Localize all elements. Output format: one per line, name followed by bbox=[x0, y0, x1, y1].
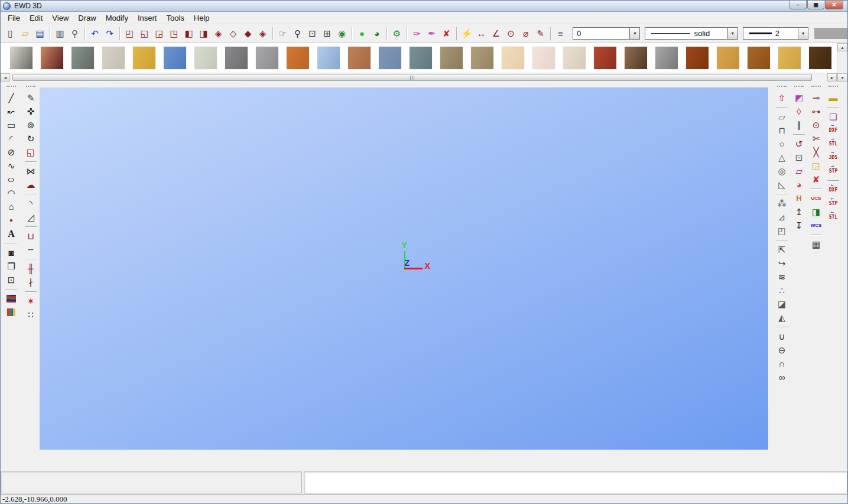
linetype-button[interactable]: ╌ bbox=[24, 243, 38, 256]
rotate-3d-button[interactable]: ↺ bbox=[792, 137, 806, 151]
orbit-button[interactable]: ◉ bbox=[334, 27, 349, 41]
draw-polygon-button[interactable]: ⌂ bbox=[4, 200, 18, 213]
snap-boolean-button[interactable]: ◲ bbox=[809, 159, 823, 173]
current-color-swatch[interactable] bbox=[814, 28, 847, 39]
redo-button[interactable]: ↷ bbox=[102, 27, 117, 41]
texture-hscroll-thumb[interactable] bbox=[12, 74, 812, 81]
revision-cloud-button[interactable]: ☁ bbox=[24, 178, 38, 191]
texture-cream-speckle[interactable] bbox=[502, 47, 524, 69]
scroll-down-icon[interactable]: ▼ bbox=[837, 73, 847, 82]
select-window-button[interactable]: ⊡ bbox=[4, 273, 18, 287]
draw-point-button[interactable]: • bbox=[4, 213, 18, 227]
view-left-button[interactable]: ◆ bbox=[241, 27, 255, 41]
texture-hscroll-track[interactable] bbox=[10, 73, 827, 82]
texture-gold[interactable] bbox=[133, 47, 155, 69]
app-icon[interactable] bbox=[3, 2, 11, 10]
view-bottom-button[interactable]: ◨ bbox=[196, 27, 211, 41]
solid-cylinder-button[interactable]: ⊓ bbox=[775, 123, 789, 137]
draw-rectangle-button[interactable]: ▭ bbox=[4, 118, 18, 132]
mirror-3d-button[interactable]: ∥ bbox=[792, 118, 806, 132]
texture-terracotta[interactable] bbox=[287, 47, 309, 69]
linewidth-combo-dropdown-icon[interactable]: ▼ bbox=[798, 28, 808, 39]
render-scene-axes-button[interactable]: ⚙ bbox=[389, 27, 404, 41]
snap-intersection-button[interactable]: ╳ bbox=[809, 145, 823, 159]
material-copy-button[interactable]: ✒ bbox=[424, 27, 439, 41]
folder-import-button[interactable]: ↧ bbox=[792, 219, 806, 232]
explode-button[interactable]: ✶ bbox=[24, 294, 38, 308]
menu-view[interactable]: View bbox=[47, 12, 73, 24]
texture-blue-marble[interactable] bbox=[317, 47, 340, 69]
view-back-button[interactable]: ◇ bbox=[226, 27, 241, 41]
loft-button[interactable]: ≋ bbox=[775, 270, 789, 284]
view-iso-ne-button[interactable]: ◲ bbox=[152, 27, 167, 41]
scroll-right-icon[interactable]: ► bbox=[827, 73, 837, 82]
box-in-box-button[interactable]: ⊡ bbox=[792, 151, 806, 164]
texture-medium-wood[interactable] bbox=[748, 47, 770, 69]
rotate-button[interactable]: ↻ bbox=[24, 132, 38, 145]
group-objects-button[interactable]: ❏ bbox=[826, 110, 840, 123]
linewidth-combo[interactable]: 2 ▼ bbox=[743, 27, 809, 40]
texture-clay-marble[interactable] bbox=[348, 47, 371, 69]
texture-granite-light[interactable] bbox=[256, 47, 278, 69]
sweep-button[interactable]: ↪ bbox=[775, 256, 789, 270]
menu-edit[interactable]: Edit bbox=[25, 12, 47, 24]
draw-spline-button[interactable]: ∿ bbox=[4, 159, 18, 173]
grid-settings-button[interactable]: ▦ bbox=[809, 238, 823, 251]
print-preview-button[interactable]: ⚲ bbox=[67, 27, 82, 41]
section-plane-button[interactable]: ▱ bbox=[792, 164, 806, 178]
ucs-button[interactable]: UCS bbox=[809, 191, 823, 205]
texture-vscrollbar[interactable]: ▲ ▼ bbox=[837, 43, 847, 82]
offset-button[interactable]: ⊚ bbox=[24, 118, 38, 132]
render-smooth-button[interactable]: ● bbox=[355, 27, 369, 41]
move-button[interactable]: ✜ bbox=[24, 105, 38, 118]
snap-endpoint-button[interactable]: ⊸ bbox=[809, 91, 823, 105]
import-stl-button[interactable]: STL bbox=[826, 210, 840, 224]
fillet-button[interactable]: ◝ bbox=[24, 197, 38, 210]
texture-red-brick[interactable] bbox=[594, 47, 616, 69]
erase-button[interactable]: ✎ bbox=[24, 91, 38, 105]
menu-help[interactable]: Help bbox=[189, 12, 215, 24]
texture-gray-brick[interactable] bbox=[655, 47, 678, 69]
face-material-button[interactable]: ◩ bbox=[792, 91, 806, 105]
view-top-button[interactable]: ◧ bbox=[181, 27, 196, 41]
draw-polyline-button[interactable]: ↜ bbox=[4, 105, 18, 118]
draw-arc-button[interactable]: ◜ bbox=[4, 132, 18, 145]
undo-button[interactable]: ↶ bbox=[87, 27, 102, 41]
snap-nearest-button[interactable]: ✄ bbox=[809, 132, 823, 145]
dim-quick-button[interactable]: ⚡ bbox=[459, 27, 474, 41]
export-3ds-button[interactable]: 3DS bbox=[826, 151, 840, 164]
draw-line-button[interactable]: ╱ bbox=[4, 91, 18, 105]
hatch-button[interactable] bbox=[4, 292, 18, 305]
texture-blue-paint[interactable] bbox=[164, 47, 186, 69]
draw-ellipse-button[interactable]: ○ bbox=[4, 173, 18, 186]
solid-mesh-button[interactable]: ⁂ bbox=[775, 197, 789, 210]
dim-linear-button[interactable]: ↔ bbox=[474, 27, 489, 41]
texture-walnut-planks[interactable] bbox=[809, 47, 831, 69]
draw-circle-button[interactable]: ⊘ bbox=[4, 145, 18, 159]
minimize-button[interactable]: – bbox=[789, 1, 807, 9]
menu-draw[interactable]: Draw bbox=[73, 12, 100, 24]
texture-terrazzo[interactable] bbox=[194, 47, 217, 69]
import-dxf-button[interactable]: DXF bbox=[826, 183, 840, 197]
zoom-window-button[interactable]: ⊡ bbox=[305, 27, 320, 41]
scroll-left-icon[interactable]: ◄ bbox=[1, 73, 10, 82]
boolean-union-button[interactable]: ∪ bbox=[775, 330, 789, 343]
import-stp-button[interactable]: STP bbox=[826, 197, 840, 210]
scroll-up-icon[interactable]: ▲ bbox=[837, 43, 847, 51]
texture-copper[interactable] bbox=[41, 47, 63, 69]
solid-sphere-button[interactable]: ○ bbox=[775, 137, 789, 151]
insert-image-button[interactable]: ◙ bbox=[4, 246, 18, 259]
solid-torus-button[interactable]: ◎ bbox=[775, 164, 789, 178]
view-iso-sw-button[interactable]: ◰ bbox=[122, 27, 137, 41]
open-file-button[interactable]: ▱ bbox=[18, 27, 33, 41]
view-iso-se-button[interactable]: ◱ bbox=[137, 27, 152, 41]
polysolid-button[interactable]: ∴ bbox=[775, 284, 789, 297]
toolbar-grip[interactable] bbox=[828, 86, 838, 88]
export-stp-button[interactable]: STP bbox=[826, 164, 840, 178]
zoom-in-out-button[interactable]: ⚲ bbox=[290, 27, 305, 41]
select-pointer-button[interactable]: ☞ bbox=[275, 27, 290, 41]
close-button[interactable]: × bbox=[825, 1, 843, 9]
material-disk-button[interactable]: ◨ bbox=[809, 205, 823, 219]
texture-blue-gray-stone[interactable] bbox=[379, 47, 401, 69]
dim-angular-button[interactable]: ∠ bbox=[489, 27, 503, 41]
